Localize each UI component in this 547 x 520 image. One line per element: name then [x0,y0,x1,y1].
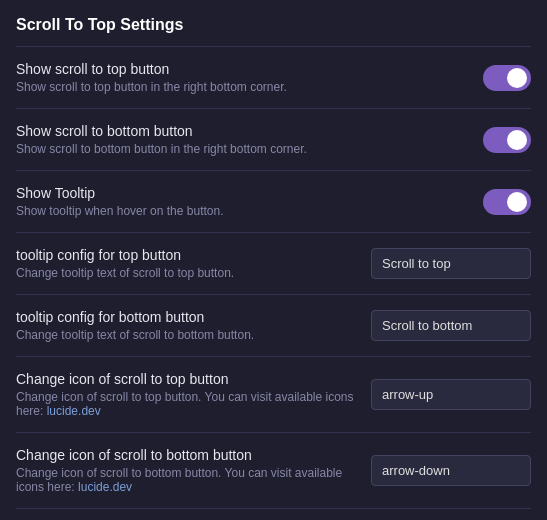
setting-label-tooltip-bottom: tooltip config for bottom button [16,309,355,325]
setting-label-show-tooltip: Show Tooltip [16,185,483,201]
setting-row-icon-top: Change icon of scroll to top buttonChang… [16,357,531,433]
setting-row-show-tooltip: Show TooltipShow tooltip when hover on t… [16,171,531,233]
toggle-thumb-show-tooltip [507,192,527,212]
page-title: Scroll To Top Settings [16,16,531,47]
setting-desc-icon-top: Change icon of scroll to top button. You… [16,390,355,418]
setting-label-icon-top: Change icon of scroll to top button [16,371,355,387]
input-tooltip-bottom[interactable] [371,310,531,341]
setting-label-show-scroll-bottom: Show scroll to bottom button [16,123,483,139]
setting-text-show-tooltip: Show TooltipShow tooltip when hover on t… [16,185,483,218]
setting-text-show-scroll-top: Show scroll to top buttonShow scroll to … [16,61,483,94]
input-tooltip-top[interactable] [371,248,531,279]
toggle-thumb-show-scroll-bottom [507,130,527,150]
toggle-track-show-tooltip [483,189,531,215]
setting-text-tooltip-bottom: tooltip config for bottom buttonChange t… [16,309,355,342]
setting-link-icon-bottom[interactable]: lucide.dev [78,480,132,494]
input-icon-bottom[interactable] [371,455,531,486]
toggle-track-show-scroll-bottom [483,127,531,153]
toggle-show-scroll-bottom[interactable] [483,127,531,153]
setting-label-icon-bottom: Change icon of scroll to bottom button [16,447,355,463]
toggle-thumb-show-scroll-top [507,68,527,88]
setting-row-show-scroll-bottom: Show scroll to bottom buttonShow scroll … [16,109,531,171]
setting-desc-show-tooltip: Show tooltip when hover on the button. [16,204,483,218]
setting-desc-icon-bottom: Change icon of scroll to bottom button. … [16,466,355,494]
setting-label-tooltip-top: tooltip config for top button [16,247,355,263]
setting-row-tooltip-bottom: tooltip config for bottom buttonChange t… [16,295,531,357]
input-icon-top[interactable] [371,379,531,410]
setting-text-tooltip-top: tooltip config for top buttonChange tool… [16,247,355,280]
setting-row-tooltip-top: tooltip config for top buttonChange tool… [16,233,531,295]
setting-text-show-scroll-bottom: Show scroll to bottom buttonShow scroll … [16,123,483,156]
setting-desc-tooltip-bottom: Change tooltip text of scroll to bottom … [16,328,355,342]
setting-desc-tooltip-top: Change tooltip text of scroll to top but… [16,266,355,280]
setting-row-icon-bottom: Change icon of scroll to bottom buttonCh… [16,433,531,509]
toggle-show-scroll-top[interactable] [483,65,531,91]
setting-text-icon-top: Change icon of scroll to top buttonChang… [16,371,355,418]
setting-desc-show-scroll-top: Show scroll to top button in the right b… [16,80,483,94]
toggle-track-show-scroll-top [483,65,531,91]
setting-text-icon-bottom: Change icon of scroll to bottom buttonCh… [16,447,355,494]
toggle-show-tooltip[interactable] [483,189,531,215]
setting-desc-show-scroll-bottom: Show scroll to bottom button in the righ… [16,142,483,156]
setting-label-show-scroll-top: Show scroll to top button [16,61,483,77]
setting-row-show-scroll-top: Show scroll to top buttonShow scroll to … [16,47,531,109]
setting-link-icon-top[interactable]: lucide.dev [47,404,101,418]
